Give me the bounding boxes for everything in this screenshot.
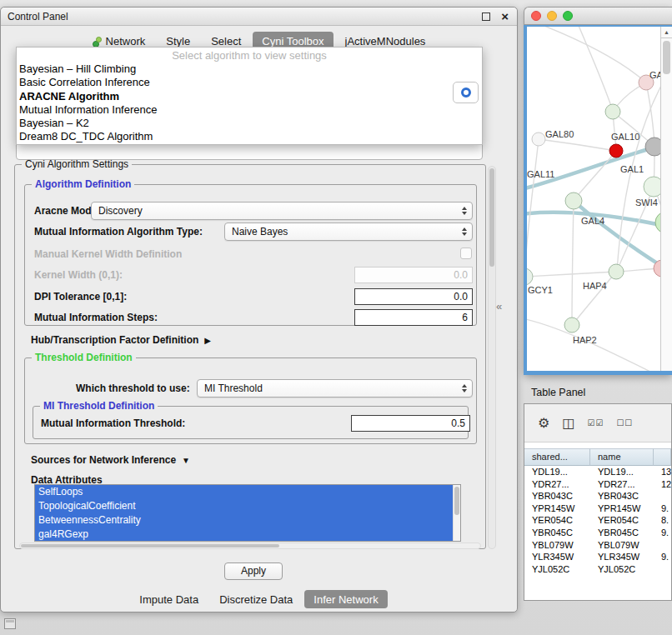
control-panel-titlebar[interactable]: Control Panel × [1,8,517,26]
node-label: GAL [649,70,660,80]
table-row[interactable]: YBR045CYBR045C9. [524,527,671,539]
manual-kernel-width-checkbox[interactable] [460,248,472,259]
tab-label: Select [211,35,241,48]
table-row[interactable]: YBR043CYBR043C [524,490,671,502]
mi-steps-label: Mutual Information Steps: [34,308,158,327]
network-node[interactable] [645,138,660,156]
scrollbar-thumb[interactable] [663,41,670,74]
table-cell: YBR045C [524,527,590,539]
gear-icon[interactable]: ⚙ [538,415,549,431]
data-attribute-item[interactable]: SelfLoops [35,485,453,499]
apply-button[interactable]: Apply [224,562,283,580]
tab-infer-network[interactable]: Infer Network [304,590,387,608]
which-threshold-value: MI Threshold [198,382,459,394]
table-row[interactable]: YER054CYER054C8. [524,514,671,527]
node-label: GAL80 [545,129,574,139]
network-window-titlebar[interactable] [524,7,672,25]
column-header[interactable] [654,448,671,466]
network-edge[interactable] [646,82,654,147]
algorithm-option-basic-correlation-inference[interactable]: Basic Correlation Inference [17,76,482,89]
which-threshold-select[interactable]: MI Threshold [197,379,473,398]
tab-discretize-data[interactable]: Discretize Data [210,590,302,608]
network-node[interactable] [532,132,545,146]
column-header[interactable]: name [590,448,654,466]
algorithm-option-mutual-information-inference[interactable]: Mutual Information Inference [17,103,482,117]
network-node-gcy1[interactable] [527,268,533,285]
node-label: GAL1 [620,164,644,174]
algorithm-option-aracne-algorithm[interactable]: ARACNE Algorithm [17,90,482,103]
minimized-window-icon[interactable] [4,618,16,629]
table-cell: YBL079W [590,539,654,552]
network-node[interactable] [605,104,620,119]
network-node-gal4[interactable] [565,192,582,209]
network-canvas[interactable]: GALGAL80GAL10GAL11GAL1SWI4GAL4GCY1HAP4HA… [527,27,660,371]
cyni-settings-group-title: Cyni Algorithm Settings [22,158,132,170]
desktop: Control Panel × NetworkStyleSelectCyni T… [0,0,672,635]
table-row[interactable]: YPR145WYPR145W9. [524,502,671,515]
node-label: HAP4 [583,281,607,291]
network-edge[interactable] [573,272,616,324]
node-label: GCY1 [528,285,553,295]
network-node-hap2[interactable] [564,318,579,332]
table-row[interactable]: YBL079WYBL079W [524,539,671,552]
network-edge[interactable] [527,272,616,277]
mi-threshold-input[interactable]: 0.5 [351,415,470,432]
select-columns-icon[interactable]: ☑☑ [587,418,604,428]
table-cell: YBR043C [590,490,654,502]
table-row[interactable]: YDR27...YDR27...12 [524,478,671,491]
mi-algorithm-type-select[interactable]: Naive Bayes [224,222,473,241]
table-row[interactable]: YJL052CYJL052C [524,563,671,576]
algorithm-option-dream8-dc-tdc-algorithm[interactable]: Dream8 DC_TDC Algorithm [17,130,482,143]
network-node[interactable] [609,264,624,279]
data-attribute-item[interactable]: gal4RGexp [35,528,453,542]
network-node-gal1[interactable] [644,177,660,197]
info-icon [461,88,471,98]
collapse-panel-icon[interactable]: « [496,300,502,312]
float-window-icon[interactable] [482,12,490,21]
scrollbar-thumb[interactable] [21,544,279,548]
table-cell: YLR345W [590,551,654,563]
hub-definition-label: Hub/Transcription Factor Definition [31,334,198,346]
network-edge[interactable] [577,27,613,111]
scroll-up-icon[interactable]: ▲ [661,27,672,38]
network-edge[interactable] [534,27,646,82]
settings-vertical-scrollbar[interactable] [488,166,496,549]
network-edge[interactable] [572,201,574,325]
network-edge[interactable] [574,201,660,268]
dpi-tolerance-input[interactable]: 0.0 [354,288,473,305]
data-attribute-item[interactable]: TopologicalCoefficient [35,499,453,513]
minimize-traffic-light-icon[interactable] [547,11,557,21]
aracne-mode-select[interactable]: Discovery [91,202,473,220]
data-attribute-item[interactable]: BetweennessCentrality [35,513,453,528]
algorithm-option-bayesian-hill-climbing[interactable]: Bayesian – Hill Climbing [17,62,482,76]
columns-icon[interactable]: ◫ [562,415,574,431]
column-header[interactable]: shared... [524,448,590,466]
network-edge[interactable] [575,151,616,198]
network-canvas-frame: GALGAL80GAL10GAL11GAL1SWI4GAL4GCY1HAP4HA… [524,25,672,375]
hub-definition-toggle[interactable]: Hub/Transcription Factor Definition▶ [31,334,211,346]
horizontal-scrollbar[interactable] [19,542,481,549]
data-attributes-list[interactable]: SelfLoopsTopologicalCoefficientBetweenne… [34,484,461,542]
deselect-columns-icon[interactable]: ☐☐ [616,418,633,428]
network-edge[interactable] [527,139,539,276]
scrollbar-thumb[interactable] [489,168,494,267]
list-vertical-scrollbar[interactable] [453,485,460,541]
sources-toggle[interactable]: Sources for Network Inference▼ [31,454,190,466]
algorithm-option-bayesian-k2[interactable]: Bayesian – K2 [17,117,482,130]
tab-label: Network [106,35,146,48]
scrollbar-thumb[interactable] [454,487,459,515]
zoom-traffic-light-icon[interactable] [563,11,573,21]
network-edge[interactable] [539,139,616,151]
algorithm-info-button[interactable] [453,82,479,103]
close-icon[interactable]: × [501,8,509,25]
tab-impute-data[interactable]: Impute Data [130,590,208,608]
network-node-gal10[interactable] [609,144,623,158]
close-traffic-light-icon[interactable] [531,11,541,21]
table-row[interactable]: YDL19...YDL19...13 [524,466,671,478]
table-row[interactable]: YLR345WYLR345W9. [524,551,671,563]
table-cell: 12 [654,478,671,491]
mi-steps-input[interactable]: 6 [354,309,473,326]
panel-title: Control Panel [8,11,68,22]
network-vertical-scrollbar[interactable]: ▲ [660,27,672,371]
kernel-width-input[interactable]: 0.0 [354,267,473,283]
